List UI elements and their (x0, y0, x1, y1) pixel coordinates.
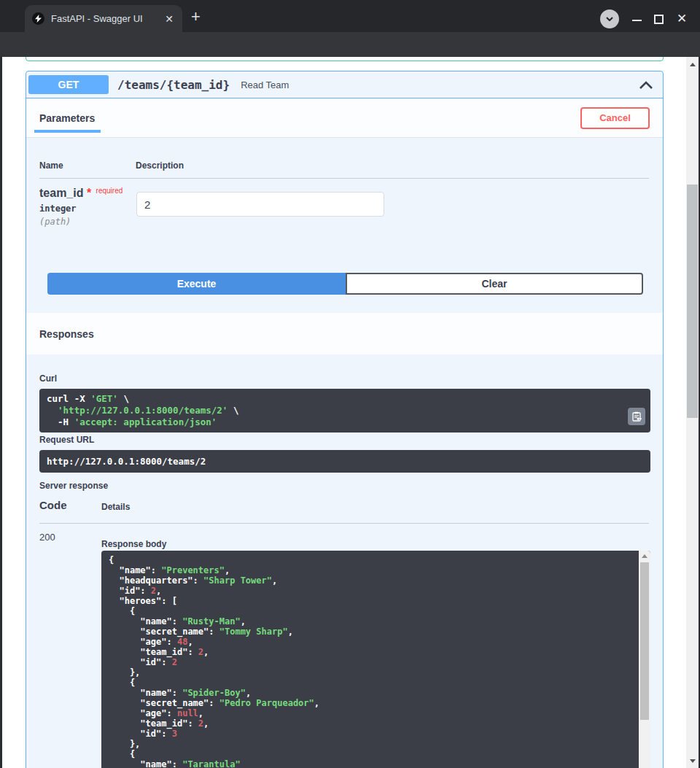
request-url-block: http://127.0.0.1:8000/teams/2 (39, 450, 650, 473)
previous-operation-block (26, 57, 664, 61)
cancel-button[interactable]: Cancel (580, 107, 650, 129)
get-operation-block: GET /teams/{team_id} Read Team Parameter… (26, 71, 664, 768)
status-code: 200 (39, 532, 55, 543)
browser-tab[interactable]: FastAPI - Swagger UI ✕ (25, 5, 182, 32)
response-body-scrollbar[interactable] (639, 551, 650, 768)
browser-toolbar: 127.0.0.1:8000/docs#/default/read_team_t… (0, 32, 700, 57)
parameter-name-cell: team_id * required integer (path) (39, 187, 122, 227)
method-badge: GET (28, 75, 109, 94)
collapse-chevron-icon[interactable] (639, 79, 653, 93)
window-minimize-button[interactable] (632, 20, 642, 21)
operation-path: /teams/{team_id} (117, 78, 230, 92)
tab-strip: FastAPI - Swagger UI ✕ + ✕ (0, 0, 700, 32)
operation-header[interactable]: GET /teams/{team_id} Read Team (26, 71, 663, 98)
window-close-button[interactable]: ✕ (677, 12, 687, 25)
code-column-header: Code (39, 499, 67, 511)
page-scrollbar-thumb[interactable] (687, 185, 698, 418)
curl-label: Curl (39, 373, 57, 384)
curl-command-block[interactable]: curl -X 'GET' \ 'http://127.0.0.1:8000/t… (39, 389, 650, 433)
scroll-up-arrow-icon[interactable] (642, 554, 648, 558)
new-tab-button[interactable]: + (191, 7, 201, 26)
tab-close-icon[interactable]: ✕ (163, 12, 175, 26)
response-body-json: { "name": "Preventers", "headquarters": … (101, 551, 639, 768)
server-response-divider (39, 523, 649, 524)
clear-button[interactable]: Clear (346, 273, 643, 295)
details-column-header: Details (101, 502, 130, 512)
responses-header-band: Responses (26, 313, 663, 354)
parameter-type: integer (39, 203, 122, 214)
column-header-description: Description (136, 160, 184, 171)
tab-title: FastAPI - Swagger UI (51, 13, 157, 24)
page-scrollbar[interactable] (686, 57, 699, 768)
parameter-name: team_id (39, 187, 83, 199)
execute-button[interactable]: Execute (47, 273, 346, 295)
response-scrollbar-thumb[interactable] (640, 562, 649, 720)
copy-to-clipboard-button[interactable] (628, 408, 645, 425)
team-id-input[interactable] (136, 192, 384, 217)
tab-parameters[interactable]: Parameters (39, 112, 95, 124)
response-body-label: Response body (101, 539, 166, 549)
fastapi-favicon-icon (32, 12, 44, 25)
window-left-border (0, 57, 2, 768)
request-url-label: Request URL (39, 435, 94, 445)
scrollbar-up-icon[interactable] (686, 58, 699, 70)
table-divider (39, 178, 649, 179)
swagger-page: GET /teams/{team_id} Read Team Parameter… (0, 57, 700, 768)
window-menu-button[interactable] (600, 9, 619, 28)
column-header-name: Name (39, 160, 63, 171)
operation-summary: Read Team (241, 79, 289, 90)
responses-title: Responses (39, 328, 94, 340)
scrollbar-down-icon[interactable] (686, 755, 699, 767)
window-maximize-button[interactable] (654, 15, 664, 24)
response-body-block[interactable]: { "name": "Preventers", "headquarters": … (101, 551, 650, 768)
required-label: required (96, 187, 123, 195)
parameter-location: (path) (39, 217, 122, 227)
server-response-label: Server response (39, 481, 108, 491)
required-asterisk: * (87, 187, 91, 199)
parameters-header-band: Parameters Cancel (26, 98, 663, 138)
